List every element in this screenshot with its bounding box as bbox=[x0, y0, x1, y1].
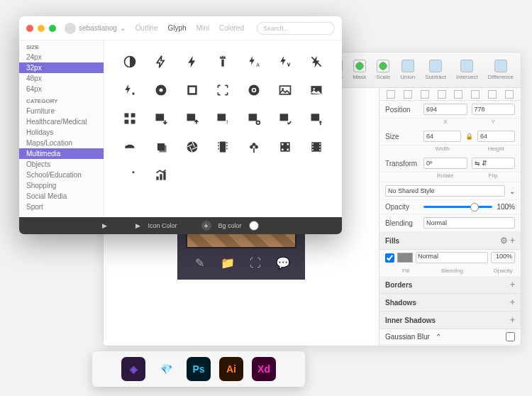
svg-point-11 bbox=[253, 89, 255, 91]
search-input[interactable]: Search... bbox=[257, 22, 335, 35]
sidebar-category-shopping[interactable]: Shopping bbox=[19, 180, 104, 191]
chevron-icon[interactable]: ⌃ bbox=[436, 333, 441, 341]
blur-enabled-checkbox[interactable] bbox=[506, 332, 515, 341]
fill-enabled-checkbox[interactable] bbox=[385, 253, 394, 263]
toolbar-btn-union[interactable]: Union bbox=[400, 60, 415, 80]
tab-outline[interactable]: Outline bbox=[135, 24, 158, 32]
lock-icon[interactable]: 🔒 bbox=[465, 133, 473, 140]
height-field[interactable]: 64 bbox=[477, 131, 515, 142]
sidebar-size-48px[interactable]: 48px bbox=[19, 73, 104, 84]
chat-icon[interactable]: 💬 bbox=[275, 255, 291, 271]
fill-opacity-field[interactable]: 100% bbox=[491, 252, 515, 263]
flip-buttons[interactable]: ⇋ ⇵ bbox=[472, 158, 516, 169]
add-inner-shadow-button[interactable]: + bbox=[510, 315, 515, 325]
cap-icon[interactable] bbox=[123, 140, 137, 154]
sidebar-size-24px[interactable]: 24px bbox=[19, 52, 104, 62]
user-menu[interactable]: sebastianog ⌄ bbox=[65, 23, 126, 34]
tab-colored[interactable]: Colored bbox=[219, 24, 244, 32]
crop-icon[interactable]: ⛶ bbox=[248, 255, 263, 271]
flash-auto-icon[interactable] bbox=[278, 55, 292, 69]
add-shadow-button[interactable]: + bbox=[510, 297, 515, 307]
tab-glyph[interactable]: Glyph bbox=[168, 24, 187, 32]
opacity-value[interactable]: 100% bbox=[497, 203, 515, 211]
fill-blend-select[interactable]: Normal bbox=[416, 252, 488, 263]
picture-o-icon[interactable] bbox=[309, 83, 323, 97]
sidebar-category-furniture[interactable]: Furniture bbox=[19, 106, 104, 116]
screen-icon[interactable] bbox=[185, 83, 199, 97]
sidebar-category-social-media[interactable]: Social Media bbox=[19, 191, 104, 202]
align-buttons[interactable] bbox=[379, 88, 521, 101]
image-up-icon[interactable] bbox=[185, 111, 199, 126]
bg-color-swatch[interactable] bbox=[249, 221, 259, 231]
flash-fill-icon[interactable] bbox=[185, 55, 199, 69]
sidebar-category-multimedia[interactable]: Multimedia bbox=[19, 148, 104, 159]
close-icon[interactable] bbox=[26, 25, 33, 32]
aperture-icon[interactable] bbox=[185, 140, 199, 154]
play-icon[interactable]: ▶ bbox=[102, 222, 107, 229]
picture-icon[interactable] bbox=[278, 83, 292, 97]
fill-swatch[interactable] bbox=[397, 253, 413, 263]
tab-mini[interactable]: Mini bbox=[196, 24, 209, 32]
disc-icon[interactable] bbox=[154, 83, 168, 97]
dock-app-photoshop[interactable]: Ps bbox=[187, 357, 211, 381]
contrast-icon[interactable] bbox=[123, 55, 137, 69]
flash-a-icon[interactable]: A bbox=[247, 55, 261, 69]
sidebar-category-healthcare-medical[interactable]: Healthcare/Medical bbox=[19, 116, 104, 127]
flower-icon[interactable] bbox=[247, 140, 261, 154]
play-icon-2[interactable]: ▶ bbox=[135, 222, 140, 229]
flash-off-icon[interactable] bbox=[309, 55, 323, 69]
width-field[interactable]: 64 bbox=[423, 131, 461, 142]
minimize-icon[interactable] bbox=[38, 25, 45, 32]
reel-icon[interactable] bbox=[278, 140, 292, 154]
dock-app-sketch[interactable]: 💎 bbox=[154, 357, 178, 381]
svg-rect-34 bbox=[218, 142, 220, 143]
toolbar-btn-mask[interactable]: Mask bbox=[353, 60, 366, 80]
reel-2-icon[interactable] bbox=[309, 140, 323, 154]
chart-icon[interactable] bbox=[154, 168, 168, 182]
image-down-icon[interactable] bbox=[154, 111, 168, 126]
image-add-icon[interactable] bbox=[247, 111, 261, 126]
folder-icon[interactable]: 📁 bbox=[220, 255, 235, 271]
sidebar-category-holidays[interactable]: Holidays bbox=[19, 127, 104, 138]
gear-icon[interactable]: ⚙ + bbox=[500, 236, 515, 246]
blending-select[interactable]: Normal bbox=[423, 217, 515, 229]
image-warn-icon[interactable]: ! bbox=[216, 111, 230, 126]
position-x-field[interactable]: 694 bbox=[423, 104, 467, 115]
chevron-icon: ⌄ bbox=[509, 187, 515, 195]
torch-icon[interactable] bbox=[216, 55, 230, 69]
image-pin-icon[interactable] bbox=[309, 111, 323, 126]
shared-style-select[interactable]: No Shared Style bbox=[385, 185, 505, 197]
moon-star-icon[interactable] bbox=[123, 168, 137, 182]
grid-icon[interactable] bbox=[123, 111, 137, 126]
opacity-slider[interactable] bbox=[423, 206, 492, 208]
dock-app-xd[interactable]: Xd bbox=[252, 357, 276, 381]
toolbar-btn-difference[interactable]: Difference bbox=[488, 60, 514, 80]
rotate-field[interactable]: 0º bbox=[423, 158, 467, 169]
dock-app-illustrator[interactable]: Ai bbox=[219, 357, 243, 381]
toolbar-btn-intersect[interactable]: Intersect bbox=[456, 60, 478, 80]
dock-app-iconjar[interactable]: ◈ bbox=[121, 357, 145, 381]
record-icon[interactable] bbox=[247, 83, 261, 97]
flash-icon[interactable] bbox=[154, 55, 168, 69]
flash-alt-icon[interactable] bbox=[123, 83, 137, 97]
focus-icon[interactable] bbox=[216, 83, 230, 97]
titlebar[interactable]: sebastianog ⌄ Outline Glyph Mini Colored… bbox=[19, 16, 342, 40]
svg-rect-31 bbox=[159, 145, 166, 153]
sidebar-category-maps-location[interactable]: Maps/Location bbox=[19, 138, 104, 148]
add-border-button[interactable]: + bbox=[510, 280, 515, 290]
zoom-icon[interactable] bbox=[49, 25, 56, 32]
sidebar-category-sport[interactable]: Sport bbox=[19, 202, 104, 212]
film-icon[interactable] bbox=[216, 140, 230, 154]
position-y-field[interactable]: 778 bbox=[472, 104, 516, 115]
icon-color-swatch[interactable] bbox=[184, 221, 194, 231]
add-color-button[interactable]: + bbox=[201, 221, 211, 231]
image-check-icon[interactable] bbox=[278, 111, 292, 126]
eyedropper-icon[interactable]: ✎ bbox=[192, 255, 208, 271]
sidebar-size-64px[interactable]: 64px bbox=[19, 84, 104, 94]
sidebar-category-objects[interactable]: Objects bbox=[19, 159, 104, 170]
sidebar-size-32px[interactable]: 32px bbox=[19, 62, 104, 73]
sidebar-category-school-education[interactable]: School/Education bbox=[19, 170, 104, 180]
layers-icon[interactable] bbox=[154, 140, 168, 154]
toolbar-btn-scale[interactable]: Scale bbox=[376, 60, 390, 80]
toolbar-btn-subtract[interactable]: Subtract bbox=[425, 60, 446, 80]
